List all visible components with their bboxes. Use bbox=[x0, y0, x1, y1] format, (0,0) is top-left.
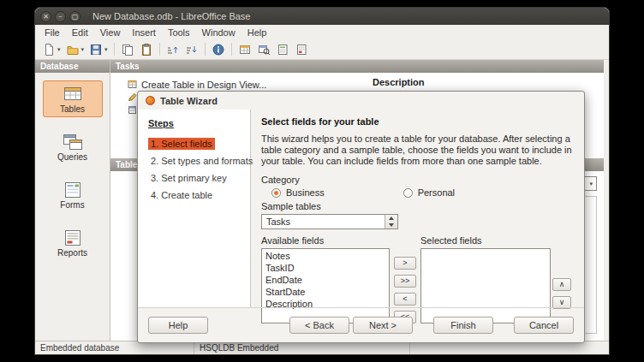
help-button[interactable]: Help bbox=[148, 317, 208, 334]
radio-business-label: Business bbox=[286, 187, 325, 198]
status-database-type: Embedded database bbox=[35, 341, 194, 354]
step-select-fields[interactable]: 1. Select fields bbox=[148, 138, 215, 150]
sample-tables-combobox[interactable]: Tasks bbox=[261, 214, 398, 229]
toolbar-separator bbox=[114, 43, 115, 56]
radio-business-icon[interactable] bbox=[271, 188, 281, 198]
menu-insert[interactable]: Insert bbox=[126, 27, 162, 39]
toolbar-separator bbox=[205, 43, 206, 56]
move-up-button[interactable]: ∧ bbox=[552, 278, 571, 291]
finish-button[interactable]: Finish bbox=[433, 317, 493, 334]
sidebar-item-tables[interactable]: Tables bbox=[43, 80, 103, 117]
dropdown-arrow-icon: ▾ bbox=[57, 46, 61, 53]
open-button[interactable]: ▾ bbox=[63, 41, 87, 58]
dialog-titlebar: Table Wizard bbox=[138, 92, 584, 110]
available-fields-label: Available fields bbox=[261, 235, 390, 246]
sample-tables-label: Sample tables bbox=[261, 201, 588, 211]
sort-ascending-button[interactable] bbox=[164, 41, 182, 58]
info-icon bbox=[212, 43, 225, 56]
category-options: Business Personal bbox=[271, 187, 588, 198]
spin-down-icon[interactable] bbox=[385, 222, 397, 228]
sample-tables-value: Tasks bbox=[266, 217, 290, 227]
step-create-table[interactable]: 4. Create table bbox=[148, 189, 215, 201]
query-button[interactable] bbox=[254, 41, 273, 58]
sidebar-item-reports[interactable]: Reports bbox=[43, 224, 103, 261]
menu-file[interactable]: File bbox=[39, 27, 66, 39]
status-empty bbox=[410, 341, 609, 354]
sidebar-item-queries[interactable]: Queries bbox=[43, 128, 103, 165]
selected-fields-label: Selected fields bbox=[420, 235, 551, 246]
database-panel: Database Tables Queries Forms Reports bbox=[35, 60, 110, 341]
window-titlebar: ✕ − ▢ New Database.odb - LibreOffice Bas… bbox=[35, 8, 609, 25]
sidebar-item-label: Forms bbox=[60, 200, 84, 210]
cancel-button[interactable]: Cancel bbox=[514, 317, 574, 334]
copy-icon bbox=[121, 43, 134, 56]
tasks-header: Tasks bbox=[110, 60, 604, 73]
maximize-icon[interactable]: ▢ bbox=[69, 11, 80, 22]
sidebar-item-label: Queries bbox=[57, 152, 87, 162]
help-info-button[interactable] bbox=[209, 41, 228, 58]
menubar: File Edit View Insert Tools Window Help bbox=[35, 25, 609, 39]
next-button[interactable]: Next > bbox=[353, 317, 413, 334]
copy-button[interactable] bbox=[118, 41, 137, 58]
combobox-spinner[interactable] bbox=[385, 215, 397, 228]
view-icon bbox=[128, 105, 137, 115]
wizard-icon bbox=[128, 92, 137, 102]
spin-up-icon[interactable] bbox=[385, 215, 397, 222]
table-button[interactable] bbox=[236, 41, 254, 58]
menu-tools[interactable]: Tools bbox=[162, 27, 196, 39]
report-icon bbox=[295, 43, 308, 56]
minimize-icon[interactable]: − bbox=[55, 11, 66, 22]
close-icon[interactable]: ✕ bbox=[40, 11, 51, 22]
form-button[interactable] bbox=[273, 41, 292, 58]
dialog-title: Table Wizard bbox=[160, 96, 218, 106]
list-option[interactable]: TaskID bbox=[265, 262, 385, 274]
save-button[interactable]: ▾ bbox=[86, 41, 110, 58]
menu-window[interactable]: Window bbox=[196, 27, 242, 39]
sidebar-item-forms[interactable]: Forms bbox=[43, 176, 103, 213]
table-design-icon bbox=[128, 80, 137, 89]
toolbar-separator bbox=[159, 43, 160, 56]
step-set-primary-key[interactable]: 3. Set primary key bbox=[148, 172, 230, 184]
tables-icon bbox=[62, 85, 84, 104]
task-create-table-design-view[interactable]: Create Table in Design View... bbox=[128, 78, 366, 91]
window-title: New Database.odb - LibreOffice Base bbox=[92, 11, 250, 21]
query-icon bbox=[257, 43, 271, 56]
radio-personal-label: Personal bbox=[418, 187, 455, 198]
paste-button[interactable] bbox=[137, 41, 156, 58]
paste-clipboard-icon bbox=[140, 43, 153, 56]
new-document-button[interactable]: ▾ bbox=[39, 41, 63, 58]
dialog-body: Steps 1. Select fields 2. Set types and … bbox=[138, 110, 584, 307]
move-right-button[interactable]: > bbox=[394, 257, 416, 270]
step-set-types-formats[interactable]: 2. Set types and formats bbox=[148, 155, 255, 167]
menu-help[interactable]: Help bbox=[242, 27, 273, 39]
list-option[interactable]: Notes bbox=[265, 250, 385, 262]
dialog-content: Select fields for your table This wizard… bbox=[251, 110, 599, 307]
report-button[interactable] bbox=[292, 41, 311, 58]
reports-icon bbox=[62, 228, 84, 247]
sort-descending-button[interactable] bbox=[182, 41, 201, 58]
new-document-icon bbox=[42, 43, 56, 56]
toolbar-separator bbox=[231, 43, 232, 56]
personal-option[interactable]: Personal bbox=[403, 187, 455, 198]
steps-heading: Steps bbox=[148, 118, 240, 128]
dialog-intro-text: This wizard helps you to create a table … bbox=[261, 134, 588, 167]
sidebar-item-label: Reports bbox=[57, 248, 87, 258]
sidebar-item-label: Tables bbox=[60, 104, 85, 114]
dropdown-arrow-icon: ▾ bbox=[104, 46, 108, 53]
move-left-button[interactable]: < bbox=[394, 293, 416, 306]
business-option[interactable]: Business bbox=[271, 187, 325, 198]
move-all-right-button[interactable]: >> bbox=[394, 275, 416, 288]
dialog-footer: Help < Back Next > Finish Cancel bbox=[138, 307, 584, 342]
radio-personal-icon[interactable] bbox=[403, 188, 413, 198]
list-option[interactable]: StartDate bbox=[265, 286, 385, 298]
form-icon bbox=[276, 43, 289, 56]
menu-view[interactable]: View bbox=[94, 27, 127, 39]
list-option[interactable]: EndDate bbox=[265, 274, 385, 286]
back-button[interactable]: < Back bbox=[289, 317, 349, 334]
save-disk-icon bbox=[89, 43, 103, 56]
sort-descending-icon bbox=[185, 43, 199, 56]
menu-edit[interactable]: Edit bbox=[66, 27, 94, 39]
description-header: Description bbox=[373, 77, 425, 87]
queries-icon bbox=[62, 133, 84, 151]
table-wizard-dialog: Table Wizard Steps 1. Select fields 2. S… bbox=[137, 91, 585, 343]
